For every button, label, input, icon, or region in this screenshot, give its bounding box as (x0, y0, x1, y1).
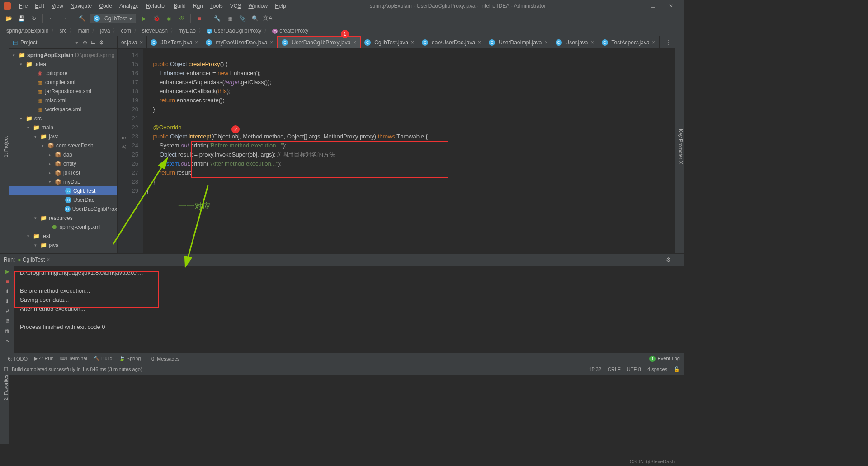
hide-icon[interactable]: — (105, 39, 113, 46)
tree-java[interactable]: ▾📁java (9, 132, 117, 141)
menu-edit[interactable]: Edit (31, 3, 48, 9)
bottom-spring[interactable]: 🍃 Spring (119, 356, 141, 361)
tab-2[interactable]: CmyDao\UserDao.java× (202, 36, 277, 48)
sidebar-tab-keypromoter[interactable]: Key Promoter X (678, 127, 684, 166)
stop-icon[interactable]: ■ (194, 14, 204, 24)
tab-5[interactable]: Cdao\UserDao.java× (418, 36, 485, 48)
window-minimize-button[interactable]: — (626, 3, 644, 9)
wrench-icon[interactable]: 🔧 (212, 14, 222, 24)
run-config-selector[interactable]: CCglibTest ▾ (90, 14, 136, 23)
rerun-icon[interactable]: ▶ (5, 268, 9, 275)
search-icon[interactable]: 🔍 (250, 14, 260, 24)
code-editor[interactable]: 14151617 18192021 22o↑ @23 24252627 2829… (118, 49, 675, 253)
tree-class-userdao[interactable]: CUserDao (9, 195, 117, 204)
bc-pkg[interactable]: steveDash (140, 28, 170, 34)
bc-java[interactable]: java (98, 28, 112, 34)
reload-icon[interactable]: ↻ (29, 14, 39, 24)
tab-0[interactable]: er.java× (118, 36, 147, 48)
bc-main[interactable]: main (75, 28, 91, 34)
gear-icon[interactable]: ⚙ (666, 257, 671, 263)
tree-idea[interactable]: ▾📁.idea (9, 60, 117, 69)
bottom-eventlog[interactable]: 1Event Log (649, 356, 680, 362)
print-icon[interactable]: 🖶 (5, 318, 10, 324)
down-icon[interactable]: ⬇ (5, 298, 9, 304)
hide-icon[interactable]: — (675, 257, 680, 263)
close-icon[interactable]: × (545, 39, 548, 46)
locate-icon[interactable]: ⊕ (81, 39, 89, 46)
menu-refactor[interactable]: Refactor (142, 3, 170, 9)
gear-icon[interactable]: ⚙ (97, 39, 105, 46)
tab-7[interactable]: CUser.java× (552, 36, 598, 48)
run-console[interactable]: D:\programinglanguage\jdk1.8.0\bin\java.… (14, 266, 684, 353)
tree-file[interactable]: ◉.gitignore (9, 69, 117, 78)
menu-view[interactable]: View (48, 3, 67, 9)
tree-file[interactable]: ▦misc.xml (9, 96, 117, 105)
status-lock-icon[interactable]: 🔓 (674, 366, 680, 372)
close-icon[interactable]: × (195, 39, 198, 46)
tree-subpkg[interactable]: ▸📦entity (9, 159, 117, 168)
run-icon[interactable]: ▶ (139, 14, 149, 24)
sidebar-tab-favorites[interactable]: 2: Favorites (3, 372, 9, 403)
tree-mydao[interactable]: ▾📦myDao (9, 177, 117, 186)
tree-main[interactable]: ▾📁main (9, 123, 117, 132)
wrap-icon[interactable]: ⤶ (5, 308, 9, 314)
hammer-icon[interactable]: 🔨 (77, 14, 87, 24)
bc-method[interactable]: mcreateProxy (270, 28, 310, 34)
close-icon[interactable]: × (353, 39, 356, 46)
more-icon[interactable]: » (6, 338, 9, 344)
sidebar-tab-project[interactable]: 1: Project (3, 134, 9, 159)
tree-file[interactable]: ▦jarRepositories.xml (9, 87, 117, 96)
status-encoding[interactable]: UTF-8 (627, 366, 641, 372)
chevron-down-icon[interactable]: ▾ (75, 39, 78, 46)
status-crlf[interactable]: CRLF (608, 366, 621, 372)
close-icon[interactable]: × (478, 39, 481, 46)
tabs-more-icon[interactable]: ⋮ (662, 36, 675, 48)
override-gutter-icon[interactable]: o↑ @ (120, 133, 127, 140)
profile-icon[interactable]: ⏱ (177, 14, 187, 24)
tree-class-cglibtest[interactable]: CCglibTest (9, 186, 117, 195)
close-icon[interactable]: × (652, 39, 656, 46)
window-maximize-button[interactable]: ☐ (644, 3, 662, 9)
menu-vcs[interactable]: VCS (226, 3, 245, 9)
run-label[interactable]: ● CglibTest (18, 257, 45, 263)
tab-4[interactable]: CCglibTest.java× (361, 36, 418, 48)
tab-6[interactable]: CUserDaoImpl.java× (485, 36, 552, 48)
back-icon[interactable]: ← (47, 14, 57, 24)
bottom-todo[interactable]: ≡ 6: TODO (4, 356, 28, 361)
tab-3-active[interactable]: CUserDaoCglibProxy.java× (277, 36, 361, 48)
up-icon[interactable]: ⬆ (5, 288, 9, 295)
forward-icon[interactable]: → (59, 14, 69, 24)
close-icon[interactable]: × (140, 39, 143, 46)
stop-icon[interactable]: ■ (5, 278, 9, 285)
tree-resources[interactable]: ▾📁resources (9, 214, 117, 223)
bc-mydao[interactable]: myDao (177, 28, 198, 34)
tree-class-proxy[interactable]: CUserDaoCglibProx (9, 204, 117, 214)
bc-class[interactable]: CUserDaoCglibProxy (205, 28, 263, 34)
status-indent[interactable]: 4 spaces (647, 366, 667, 372)
bc-com[interactable]: com (119, 28, 133, 34)
structure-icon[interactable]: ▦ (225, 14, 235, 24)
bc-project[interactable]: springAopExplain (5, 28, 50, 34)
tree-src[interactable]: ▾📁src (9, 114, 117, 123)
menu-build[interactable]: Build (170, 3, 189, 9)
menu-window[interactable]: Window (245, 3, 271, 9)
status-box-icon[interactable]: ☐ (4, 366, 8, 372)
tree-subpkg[interactable]: ▸📦dao (9, 150, 117, 159)
collapse-icon[interactable]: ⇆ (89, 39, 97, 46)
run-tab-close-icon[interactable]: × (47, 257, 50, 263)
open-icon[interactable]: 📂 (4, 14, 14, 24)
menu-tools[interactable]: Tools (207, 3, 226, 9)
menu-analyze[interactable]: Analyze (116, 3, 142, 9)
menu-file[interactable]: File (15, 3, 31, 9)
menu-help[interactable]: Help (271, 3, 290, 9)
tree-test-java[interactable]: ▾📁java (9, 241, 117, 250)
close-icon[interactable]: × (270, 39, 273, 46)
tree-root[interactable]: ▾📁springAopExplain D:\project\spring (9, 51, 117, 60)
tab-1[interactable]: CJDKTest.java× (147, 36, 202, 48)
tree-test[interactable]: ▾📁test (9, 232, 117, 241)
menu-code[interactable]: Code (95, 3, 116, 9)
bc-src[interactable]: src (57, 28, 68, 34)
translate-icon[interactable]: 文A (263, 14, 273, 24)
tab-8[interactable]: CTestAspect.java× (598, 36, 660, 48)
tree-spring-cfg[interactable]: ⬢spring-config.xml (9, 223, 117, 232)
